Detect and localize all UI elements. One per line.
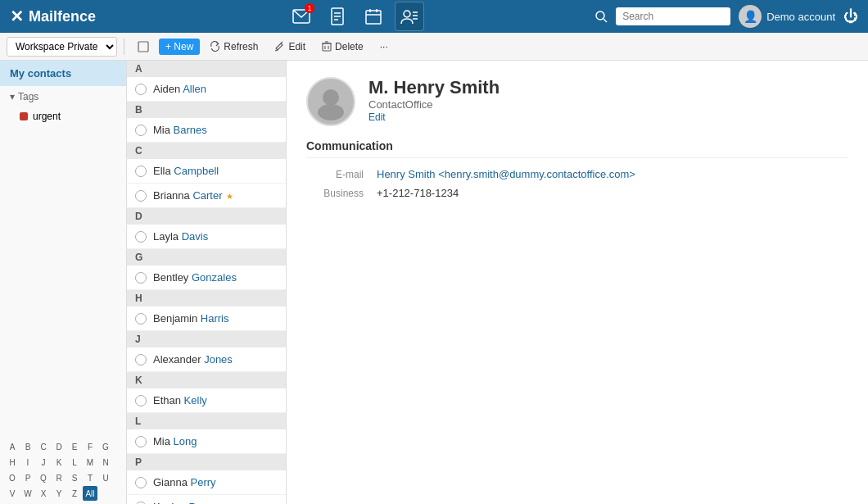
contact-item[interactable]: Kaylee Perry [127, 495, 286, 504]
alpha-btn-r[interactable]: R [52, 470, 66, 485]
group-header-b: B [127, 102, 286, 118]
delete-button[interactable]: Delete [315, 39, 370, 55]
contact-name: Alexander Jones [153, 353, 233, 366]
alpha-btn-f[interactable]: F [83, 439, 97, 454]
alpha-btn-x[interactable]: X [36, 486, 51, 501]
contact-checkbox[interactable] [135, 272, 147, 284]
contacts-nav-button[interactable] [395, 2, 424, 31]
contact-checkbox[interactable] [135, 190, 147, 202]
alpha-btn-y[interactable]: Y [52, 486, 66, 501]
contact-item[interactable]: Brianna Carter★ [127, 184, 286, 208]
contact-checkbox[interactable] [135, 502, 147, 505]
alpha-btn-v[interactable]: V [5, 486, 20, 501]
search-input[interactable] [616, 7, 730, 25]
alpha-btn-z[interactable]: Z [67, 486, 82, 501]
alpha-btn-i[interactable]: I [20, 455, 35, 470]
edit-link[interactable]: Edit [368, 111, 386, 123]
svg-point-24 [318, 104, 344, 120]
power-button[interactable]: ⏻ [843, 8, 858, 25]
contact-item[interactable]: Layla Davis [127, 225, 286, 249]
new-button[interactable]: + New [159, 39, 200, 55]
group-header-c: C [127, 143, 286, 159]
contact-item[interactable]: Ella Campbell [127, 159, 286, 184]
refresh-label: Refresh [224, 41, 258, 52]
svg-line-14 [604, 19, 607, 22]
more-label: ··· [380, 41, 388, 52]
more-button[interactable]: ··· [373, 39, 395, 55]
checkbox-all[interactable] [131, 39, 156, 55]
email-label: E-mail [306, 169, 364, 180]
contact-photo [306, 77, 355, 126]
my-contacts-label: My contacts [10, 67, 71, 79]
svg-line-16 [281, 42, 283, 43]
alpha-btn-b[interactable]: B [20, 439, 35, 454]
group-header-a: A [127, 61, 286, 77]
contact-checkbox[interactable] [135, 395, 147, 406]
group-header-j: J [127, 331, 286, 347]
documents-nav-button[interactable] [323, 2, 352, 31]
contact-item[interactable]: Bentley Gonzales [127, 266, 286, 290]
email-value[interactable]: Henry Smith <henry.smith@dummy.contactof… [377, 168, 635, 180]
contact-item[interactable]: Mia Long [127, 429, 286, 454]
group-header-g: G [127, 249, 286, 266]
business-label: Business [306, 188, 364, 199]
email-nav-button[interactable]: 1 [287, 2, 316, 31]
alpha-btn-n[interactable]: N [98, 455, 113, 470]
detail-name: M. Henry Smith [368, 77, 500, 98]
alpha-btn-k[interactable]: K [52, 455, 66, 470]
alpha-btn-j[interactable]: J [36, 455, 51, 470]
user-menu[interactable]: 👤 Demo account [739, 5, 835, 28]
top-navigation: ✕ Mailfence 1 👤 Demo account ⏻ [0, 0, 868, 33]
contact-checkbox[interactable] [135, 84, 147, 95]
sidebar-item-my-contacts[interactable]: My contacts [0, 61, 126, 86]
tag-urgent-label: urgent [33, 111, 61, 122]
main-layout: My contacts ▾ Tags urgent ABCDEFGHIJKLMN… [0, 61, 868, 504]
email-badge: 1 [305, 3, 314, 13]
contact-item[interactable]: Mia Barnes [127, 118, 286, 143]
contact-checkbox[interactable] [135, 313, 147, 325]
contact-checkbox[interactable] [135, 231, 147, 243]
alpha-btn-l[interactable]: L [67, 455, 82, 470]
contact-checkbox[interactable] [135, 125, 147, 136]
svg-rect-15 [138, 42, 148, 52]
alpha-btn-s[interactable]: S [67, 470, 82, 485]
contact-item[interactable]: Alexander Jones [127, 347, 286, 372]
tag-urgent[interactable]: urgent [0, 107, 126, 125]
svg-point-9 [404, 11, 410, 17]
alpha-btn-e[interactable]: E [67, 439, 82, 454]
alpha-btn-d[interactable]: D [52, 439, 66, 454]
contact-checkbox[interactable] [135, 166, 147, 177]
contact-checkbox[interactable] [135, 477, 147, 488]
calendar-nav-button[interactable] [359, 2, 388, 31]
alpha-navigation: ABCDEFGHIJKLMNOPQRSTUVWXYZAll [0, 436, 126, 504]
alpha-btn-w[interactable]: W [20, 486, 35, 501]
alpha-btn-t[interactable]: T [83, 470, 97, 485]
contact-item[interactable]: Aiden Allen [127, 77, 286, 102]
alpha-btn-all[interactable]: All [83, 486, 97, 501]
business-row: Business +1-212-718-1234 [306, 187, 848, 199]
alpha-btn-u[interactable]: U [98, 470, 113, 485]
alpha-btn-c[interactable]: C [36, 439, 51, 454]
contact-item[interactable]: Gianna Perry [127, 470, 286, 495]
contact-item[interactable]: Ethan Kelly [127, 388, 286, 413]
contact-checkbox[interactable] [135, 354, 147, 366]
alpha-btn-p[interactable]: P [20, 470, 35, 485]
contact-name: Brianna Carter★ [153, 189, 233, 202]
contact-name: Gianna Perry [153, 476, 216, 488]
alpha-btn-o[interactable]: O [5, 470, 20, 485]
workspace-select[interactable]: Workspace Private [7, 37, 117, 57]
refresh-button[interactable]: Refresh [203, 39, 264, 55]
contacts-list: AAiden AllenBMia BarnesCElla CampbellBri… [127, 61, 287, 504]
alpha-btn-m[interactable]: M [83, 455, 97, 470]
alpha-btn-a[interactable]: A [5, 439, 20, 454]
group-header-d: D [127, 208, 286, 225]
alpha-btn-h[interactable]: H [5, 455, 20, 470]
edit-button[interactable]: Edit [268, 39, 312, 55]
contact-checkbox[interactable] [135, 436, 147, 447]
contact-name: Aiden Allen [153, 83, 206, 95]
contact-item[interactable]: Benjamin Harris [127, 306, 286, 331]
alpha-btn-q[interactable]: Q [36, 470, 51, 485]
app-title: Mailfence [29, 8, 96, 25]
alpha-btn-g[interactable]: G [98, 439, 113, 454]
toolbar: Workspace Private + New Refresh Edit Del… [0, 33, 868, 61]
